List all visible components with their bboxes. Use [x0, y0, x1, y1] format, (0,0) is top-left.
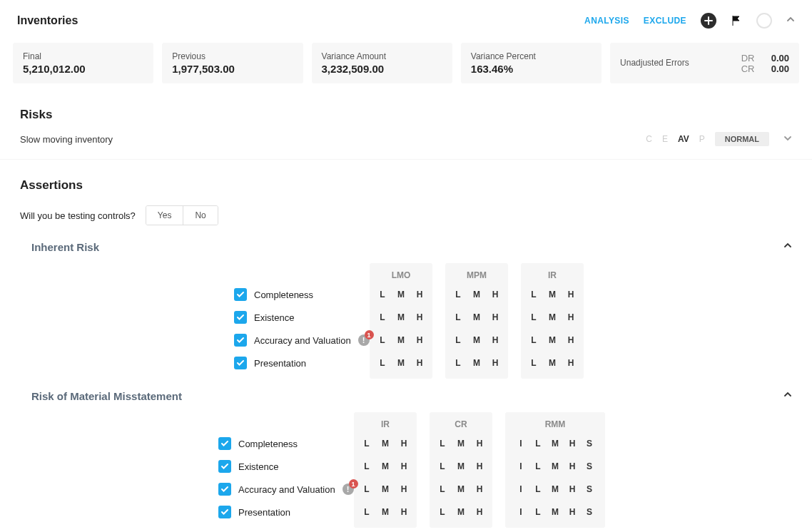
opt-m[interactable]: M [381, 439, 390, 449]
opt-h[interactable]: H [491, 312, 499, 322]
opt-l[interactable]: L [362, 439, 371, 449]
opt-h[interactable]: H [400, 461, 408, 471]
opt-l[interactable]: L [438, 484, 447, 494]
opt-h[interactable]: H [567, 312, 575, 322]
opt-l[interactable]: L [362, 484, 371, 494]
opt-m[interactable]: M [397, 358, 405, 368]
opt-m[interactable]: M [381, 484, 390, 494]
opt-h[interactable]: H [415, 358, 424, 368]
checkbox-accuracy[interactable] [218, 483, 231, 496]
opt-h[interactable]: H [415, 312, 424, 322]
opt-l[interactable]: L [529, 312, 538, 322]
status-circle[interactable] [756, 13, 772, 29]
opt-h[interactable]: H [568, 507, 577, 517]
risk-level-pill[interactable]: NORMAL [715, 132, 769, 146]
opt-m[interactable]: M [472, 358, 481, 368]
opt-l[interactable]: L [534, 484, 542, 494]
opt-h[interactable]: H [475, 507, 484, 517]
checkbox-existence[interactable] [234, 311, 247, 324]
accuracy-risk-badge[interactable]: ! 1 [342, 484, 354, 495]
opt-h[interactable]: H [400, 507, 408, 517]
opt-l[interactable]: L [454, 290, 462, 300]
opt-m[interactable]: M [457, 484, 465, 494]
opt-l[interactable]: L [438, 461, 447, 471]
opt-m[interactable]: M [551, 461, 559, 471]
flag-icon[interactable] [731, 15, 742, 26]
opt-h[interactable]: H [475, 461, 484, 471]
opt-h[interactable]: H [491, 335, 499, 345]
opt-s[interactable]: S [585, 439, 594, 449]
opt-l[interactable]: L [454, 358, 462, 368]
opt-l[interactable]: L [529, 358, 538, 368]
opt-h[interactable]: H [491, 290, 499, 300]
opt-h[interactable]: H [400, 439, 408, 449]
opt-h[interactable]: H [568, 461, 577, 471]
opt-m[interactable]: M [457, 507, 465, 517]
opt-l[interactable]: L [438, 507, 447, 517]
opt-l[interactable]: L [378, 358, 387, 368]
opt-m[interactable]: M [397, 312, 405, 322]
testing-yes-button[interactable]: Yes [146, 206, 183, 225]
opt-s[interactable]: S [585, 507, 594, 517]
opt-m[interactable]: M [457, 461, 465, 471]
opt-h[interactable]: H [567, 335, 575, 345]
opt-i[interactable]: I [517, 507, 525, 517]
opt-m[interactable]: M [472, 335, 481, 345]
opt-m[interactable]: M [472, 312, 481, 322]
opt-l[interactable]: L [534, 439, 542, 449]
opt-l[interactable]: L [362, 507, 371, 517]
checkbox-accuracy[interactable] [234, 334, 247, 347]
risk-row[interactable]: Slow moving inventory C E AV P NORMAL [0, 128, 812, 160]
opt-h[interactable]: H [415, 290, 424, 300]
opt-m[interactable]: M [548, 290, 557, 300]
opt-h[interactable]: H [568, 484, 577, 494]
opt-m[interactable]: M [548, 335, 557, 345]
opt-h[interactable]: H [475, 484, 484, 494]
opt-m[interactable]: M [381, 461, 390, 471]
opt-i[interactable]: I [517, 461, 525, 471]
opt-i[interactable]: I [517, 484, 525, 494]
checkbox-completeness[interactable] [218, 437, 231, 450]
opt-h[interactable]: H [415, 335, 424, 345]
opt-m[interactable]: M [397, 335, 405, 345]
opt-l[interactable]: L [378, 335, 387, 345]
checkbox-presentation[interactable] [218, 506, 231, 518]
opt-l[interactable]: L [534, 461, 542, 471]
opt-m[interactable]: M [457, 439, 465, 449]
opt-l[interactable]: L [529, 290, 538, 300]
opt-s[interactable]: S [585, 484, 594, 494]
risk-chevron-icon[interactable] [783, 134, 792, 145]
opt-h[interactable]: H [400, 484, 408, 494]
checkbox-existence[interactable] [218, 460, 231, 473]
opt-m[interactable]: M [551, 484, 559, 494]
checkbox-presentation[interactable] [234, 357, 247, 369]
opt-l[interactable]: L [378, 290, 387, 300]
opt-m[interactable]: M [381, 507, 390, 517]
inherent-collapse-icon[interactable] [783, 242, 792, 252]
exclude-link[interactable]: EXCLUDE [644, 16, 686, 26]
opt-h[interactable]: H [568, 439, 577, 449]
opt-m[interactable]: M [551, 439, 559, 449]
opt-l[interactable]: L [454, 335, 462, 345]
testing-no-button[interactable]: No [183, 206, 217, 225]
opt-m[interactable]: M [551, 507, 559, 517]
opt-m[interactable]: M [472, 290, 481, 300]
opt-l[interactable]: L [529, 335, 538, 345]
opt-l[interactable]: L [362, 461, 371, 471]
opt-h[interactable]: H [475, 439, 484, 449]
accuracy-risk-badge[interactable]: ! 1 [358, 334, 370, 346]
opt-h[interactable]: H [491, 358, 499, 368]
opt-s[interactable]: S [585, 461, 594, 471]
opt-m[interactable]: M [397, 290, 405, 300]
opt-l[interactable]: L [438, 439, 447, 449]
opt-h[interactable]: H [567, 290, 575, 300]
checkbox-completeness[interactable] [234, 288, 247, 301]
opt-i[interactable]: I [517, 439, 525, 449]
opt-l[interactable]: L [534, 507, 542, 517]
analysis-link[interactable]: ANALYSIS [584, 16, 629, 26]
opt-h[interactable]: H [567, 358, 575, 368]
add-button[interactable] [701, 13, 716, 29]
opt-m[interactable]: M [548, 312, 557, 322]
collapse-chevron-icon[interactable] [786, 16, 795, 26]
rmm-collapse-icon[interactable] [783, 391, 792, 401]
